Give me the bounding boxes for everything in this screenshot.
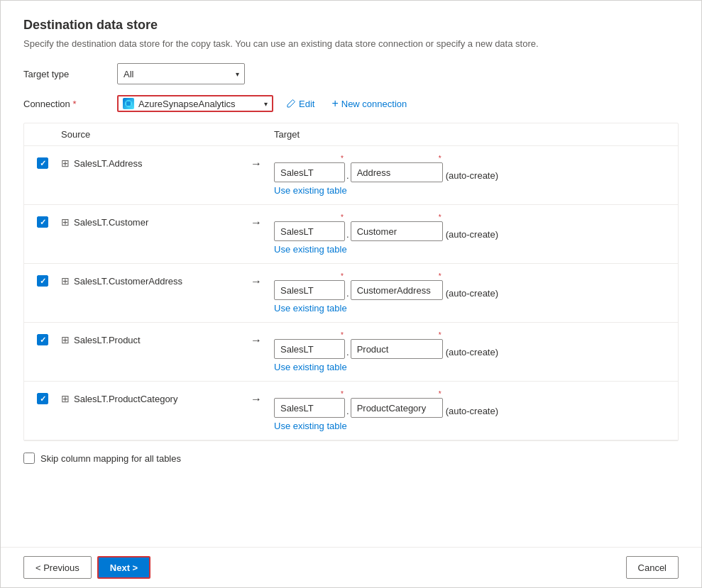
previous-button[interactable]: < Previous	[23, 556, 92, 579]
footer-left: < Previous Next >	[23, 556, 150, 579]
table-row: ✓ ⊞ SalesLT.ProductCategory → * . * (aut…	[24, 382, 678, 440]
check-icon-3: ✓	[40, 335, 46, 345]
target-cell-1: * . * (auto-create) Use existing table	[274, 213, 498, 255]
source-name-4: SalesLT.ProductCategory	[74, 394, 177, 404]
use-existing-link-0[interactable]: Use existing table	[274, 185, 498, 196]
table-row: ✓ ⊞ SalesLT.Address → * . * (auto-create…	[24, 146, 678, 205]
source-column-header: Source	[61, 129, 274, 140]
next-button[interactable]: Next >	[97, 556, 150, 579]
target-type-row: Target type All ▾	[23, 63, 679, 84]
skip-label: Skip column mapping for all tables	[40, 453, 181, 464]
target-cell-3: * . * (auto-create) Use existing table	[274, 331, 498, 372]
required-star-schema-2: *	[341, 272, 344, 280]
row-arrow-1: →	[238, 213, 274, 229]
target-type-select-wrapper: All ▾	[117, 63, 245, 84]
auto-create-4: (auto-create)	[446, 406, 498, 416]
check-icon-2: ✓	[40, 277, 46, 286]
row-arrow-3: →	[238, 331, 274, 347]
required-star-table-0: *	[439, 155, 442, 162]
row-arrow-4: →	[238, 390, 274, 406]
table-input-0[interactable]	[351, 162, 443, 182]
required-star-table-2: *	[439, 272, 442, 280]
table-icon-2: ⊞	[61, 275, 70, 287]
checkbox-0[interactable]: ✓	[37, 157, 48, 169]
target-cell-4: * . * (auto-create) Use existing table	[274, 390, 498, 431]
use-existing-link-3[interactable]: Use existing table	[274, 362, 498, 372]
table-icon-3: ⊞	[61, 334, 70, 345]
azure-synapse-icon	[123, 98, 134, 109]
dot-separator-4: .	[345, 406, 351, 416]
dot-separator-0: .	[345, 170, 351, 181]
cancel-button[interactable]: Cancel	[626, 556, 679, 579]
use-existing-link-1[interactable]: Use existing table	[274, 244, 498, 255]
check-icon-1: ✓	[40, 218, 46, 227]
target-cell-0: * . * (auto-create) Use existing table	[274, 155, 498, 196]
dot-separator-3: .	[345, 347, 351, 357]
checkbox-2[interactable]: ✓	[37, 275, 48, 287]
table-input-2[interactable]	[351, 280, 443, 300]
source-name-1: SalesLT.Customer	[74, 217, 148, 228]
table-input-4[interactable]	[351, 398, 443, 418]
row-checkbox-1: ✓	[24, 213, 61, 228]
use-existing-link-2[interactable]: Use existing table	[274, 303, 498, 314]
target-type-select[interactable]: All	[117, 63, 245, 84]
skip-checkbox[interactable]	[23, 453, 35, 464]
source-cell-3: ⊞ SalesLT.Product	[61, 331, 238, 345]
rows-container: ✓ ⊞ SalesLT.Address → * . * (auto-create…	[24, 146, 678, 440]
source-cell-2: ⊞ SalesLT.CustomerAddress	[61, 272, 238, 287]
target-type-label: Target type	[23, 69, 109, 79]
schema-input-0[interactable]	[274, 162, 345, 182]
row-checkbox-0: ✓	[24, 155, 61, 169]
source-name-0: SalesLT.Address	[74, 158, 143, 169]
page-title: Destination data store	[23, 18, 679, 33]
table-row: ✓ ⊞ SalesLT.Customer → * . * (auto-creat…	[24, 205, 678, 264]
page-subtitle: Specify the destination data store for t…	[23, 38, 679, 49]
schema-input-2[interactable]	[274, 280, 345, 300]
schema-input-3[interactable]	[274, 339, 345, 359]
table-input-3[interactable]	[351, 339, 443, 359]
connection-value-text: AzureSynapseAnalytics	[138, 99, 260, 109]
checkbox-4[interactable]: ✓	[37, 393, 48, 404]
table-icon-1: ⊞	[61, 216, 70, 228]
table-row: ✓ ⊞ SalesLT.CustomerAddress → * . * (aut…	[24, 264, 678, 323]
dot-separator-1: .	[345, 229, 351, 240]
skip-mapping-row: Skip column mapping for all tables	[23, 441, 679, 475]
plus-icon: +	[331, 97, 338, 110]
connection-selector[interactable]: AzureSynapseAnalytics ▾	[117, 95, 273, 112]
required-star-schema-0: *	[341, 155, 344, 162]
source-cell-0: ⊞ SalesLT.Address	[61, 155, 238, 169]
footer: < Previous Next > Cancel	[1, 547, 701, 587]
checkbox-1[interactable]: ✓	[37, 216, 48, 228]
required-star-schema-4: *	[341, 390, 344, 398]
auto-create-1: (auto-create)	[446, 229, 498, 240]
row-arrow-0: →	[238, 155, 274, 170]
edit-button[interactable]: Edit	[282, 96, 319, 112]
check-icon-4: ✓	[40, 394, 46, 404]
new-connection-button[interactable]: + New connection	[327, 94, 411, 113]
checkbox-3[interactable]: ✓	[37, 334, 48, 345]
auto-create-3: (auto-create)	[446, 347, 498, 357]
required-star-table-1: *	[439, 213, 442, 221]
schema-input-4[interactable]	[274, 398, 345, 418]
source-cell-1: ⊞ SalesLT.Customer	[61, 213, 238, 228]
edit-icon	[286, 99, 296, 109]
schema-input-1[interactable]	[274, 221, 345, 241]
table-header: Source Target	[24, 123, 678, 146]
target-column-header: Target	[274, 129, 300, 140]
row-arrow-2: →	[238, 272, 274, 288]
row-checkbox-2: ✓	[24, 272, 61, 287]
required-star-schema-1: *	[341, 213, 344, 221]
row-checkbox-4: ✓	[24, 390, 61, 404]
connection-row: Connection * AzureSynapseAnalytics ▾ Edi…	[23, 94, 679, 113]
required-star-schema-3: *	[341, 331, 344, 339]
row-checkbox-3: ✓	[24, 331, 61, 345]
source-name-2: SalesLT.CustomerAddress	[74, 276, 182, 287]
connection-label: Connection *	[23, 99, 109, 109]
table-icon-0: ⊞	[61, 157, 70, 169]
table-icon-4: ⊞	[61, 393, 70, 404]
use-existing-link-4[interactable]: Use existing table	[274, 421, 498, 431]
source-name-3: SalesLT.Product	[74, 335, 141, 345]
table-input-1[interactable]	[351, 221, 443, 241]
dot-separator-2: .	[345, 288, 351, 299]
connection-chevron-icon[interactable]: ▾	[264, 100, 268, 108]
